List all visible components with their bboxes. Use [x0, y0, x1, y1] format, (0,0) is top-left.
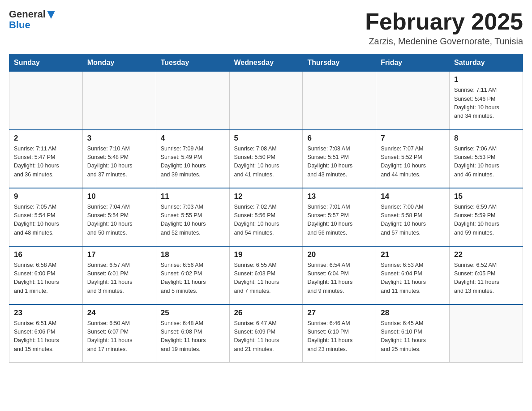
title-section: February 2025 Zarzis, Medenine Governora… — [365, 9, 523, 47]
table-row: 23Sunrise: 6:51 AMSunset: 6:06 PMDayligh… — [9, 304, 83, 363]
table-row — [376, 72, 450, 130]
day-info: Sunrise: 6:52 AMSunset: 6:05 PMDaylight:… — [454, 261, 518, 296]
table-row: 21Sunrise: 6:53 AMSunset: 6:04 PMDayligh… — [376, 246, 450, 304]
day-info: Sunrise: 7:07 AMSunset: 5:52 PMDaylight:… — [381, 145, 445, 180]
location-text: Zarzis, Medenine Governorate, Tunisia — [365, 36, 523, 47]
col-saturday: Saturday — [450, 54, 523, 72]
table-row — [156, 72, 229, 130]
day-number: 6 — [307, 134, 371, 143]
day-number: 14 — [381, 192, 445, 201]
day-number: 2 — [14, 134, 78, 143]
col-tuesday: Tuesday — [156, 54, 229, 72]
logo-blue-text: Blue — [9, 20, 30, 30]
svg-marker-0 — [47, 11, 55, 19]
col-sunday: Sunday — [9, 54, 83, 72]
day-info: Sunrise: 6:50 AMSunset: 6:07 PMDaylight:… — [87, 319, 151, 354]
table-row: 8Sunrise: 7:06 AMSunset: 5:53 PMDaylight… — [450, 130, 523, 188]
calendar-week-row: 16Sunrise: 6:58 AMSunset: 6:00 PMDayligh… — [9, 246, 523, 304]
table-row: 18Sunrise: 6:56 AMSunset: 6:02 PMDayligh… — [156, 246, 229, 304]
day-info: Sunrise: 7:08 AMSunset: 5:51 PMDaylight:… — [307, 145, 371, 180]
table-row: 13Sunrise: 7:01 AMSunset: 5:57 PMDayligh… — [303, 188, 376, 246]
table-row: 26Sunrise: 6:47 AMSunset: 6:09 PMDayligh… — [229, 304, 303, 363]
logo-arrow-icon — [47, 11, 55, 19]
day-info: Sunrise: 7:10 AMSunset: 5:48 PMDaylight:… — [87, 145, 151, 180]
day-info: Sunrise: 7:00 AMSunset: 5:58 PMDaylight:… — [381, 203, 445, 238]
day-number: 1 — [454, 75, 518, 84]
calendar-week-row: 9Sunrise: 7:05 AMSunset: 5:54 PMDaylight… — [9, 188, 523, 246]
calendar-table: Sunday Monday Tuesday Wednesday Thursday… — [9, 54, 523, 363]
calendar-week-row: 2Sunrise: 7:11 AMSunset: 5:47 PMDaylight… — [9, 130, 523, 188]
table-row: 14Sunrise: 7:00 AMSunset: 5:58 PMDayligh… — [376, 188, 450, 246]
day-number: 11 — [161, 192, 225, 201]
col-friday: Friday — [376, 54, 450, 72]
day-number: 5 — [234, 134, 298, 143]
day-info: Sunrise: 7:05 AMSunset: 5:54 PMDaylight:… — [14, 203, 78, 238]
day-info: Sunrise: 6:46 AMSunset: 6:10 PMDaylight:… — [307, 319, 371, 354]
day-number: 7 — [381, 134, 445, 143]
day-number: 8 — [454, 134, 518, 143]
day-number: 23 — [14, 308, 78, 317]
col-monday: Monday — [82, 54, 156, 72]
table-row: 25Sunrise: 6:48 AMSunset: 6:08 PMDayligh… — [156, 304, 229, 363]
col-thursday: Thursday — [303, 54, 376, 72]
day-number: 26 — [234, 308, 298, 317]
day-number: 13 — [307, 192, 371, 201]
table-row — [82, 72, 156, 130]
table-row: 22Sunrise: 6:52 AMSunset: 6:05 PMDayligh… — [450, 246, 523, 304]
day-number: 10 — [87, 192, 151, 201]
logo-general-text: General — [9, 9, 46, 20]
day-number: 21 — [381, 250, 445, 259]
table-row: 1Sunrise: 7:11 AMSunset: 5:46 PMDaylight… — [450, 72, 523, 130]
day-number: 25 — [161, 308, 225, 317]
day-number: 24 — [87, 308, 151, 317]
day-info: Sunrise: 7:04 AMSunset: 5:54 PMDaylight:… — [87, 203, 151, 238]
table-row: 27Sunrise: 6:46 AMSunset: 6:10 PMDayligh… — [303, 304, 376, 363]
page-header: General Blue February 2025 Zarzis, Meden… — [9, 9, 523, 47]
day-info: Sunrise: 7:08 AMSunset: 5:50 PMDaylight:… — [234, 145, 298, 180]
day-info: Sunrise: 7:02 AMSunset: 5:56 PMDaylight:… — [234, 203, 298, 238]
day-number: 12 — [234, 192, 298, 201]
table-row — [450, 304, 523, 363]
day-info: Sunrise: 6:56 AMSunset: 6:02 PMDaylight:… — [161, 261, 225, 296]
day-info: Sunrise: 6:47 AMSunset: 6:09 PMDaylight:… — [234, 319, 298, 354]
day-info: Sunrise: 7:01 AMSunset: 5:57 PMDaylight:… — [307, 203, 371, 238]
table-row: 28Sunrise: 6:45 AMSunset: 6:10 PMDayligh… — [376, 304, 450, 363]
table-row: 11Sunrise: 7:03 AMSunset: 5:55 PMDayligh… — [156, 188, 229, 246]
day-number: 15 — [454, 192, 518, 201]
table-row: 4Sunrise: 7:09 AMSunset: 5:49 PMDaylight… — [156, 130, 229, 188]
table-row: 16Sunrise: 6:58 AMSunset: 6:00 PMDayligh… — [9, 246, 83, 304]
day-info: Sunrise: 7:11 AMSunset: 5:47 PMDaylight:… — [14, 145, 78, 180]
calendar-header-row: Sunday Monday Tuesday Wednesday Thursday… — [9, 54, 523, 72]
table-row: 24Sunrise: 6:50 AMSunset: 6:07 PMDayligh… — [82, 304, 156, 363]
day-info: Sunrise: 6:58 AMSunset: 6:00 PMDaylight:… — [14, 261, 78, 296]
table-row: 6Sunrise: 7:08 AMSunset: 5:51 PMDaylight… — [303, 130, 376, 188]
table-row — [9, 72, 83, 130]
day-info: Sunrise: 6:57 AMSunset: 6:01 PMDaylight:… — [87, 261, 151, 296]
logo: General Blue — [9, 9, 55, 30]
day-number: 18 — [161, 250, 225, 259]
day-number: 16 — [14, 250, 78, 259]
table-row: 7Sunrise: 7:07 AMSunset: 5:52 PMDaylight… — [376, 130, 450, 188]
day-info: Sunrise: 7:03 AMSunset: 5:55 PMDaylight:… — [161, 203, 225, 238]
day-info: Sunrise: 7:09 AMSunset: 5:49 PMDaylight:… — [161, 145, 225, 180]
table-row: 5Sunrise: 7:08 AMSunset: 5:50 PMDaylight… — [229, 130, 303, 188]
day-info: Sunrise: 6:55 AMSunset: 6:03 PMDaylight:… — [234, 261, 298, 296]
table-row: 9Sunrise: 7:05 AMSunset: 5:54 PMDaylight… — [9, 188, 83, 246]
day-info: Sunrise: 6:48 AMSunset: 6:08 PMDaylight:… — [161, 319, 225, 354]
day-info: Sunrise: 7:06 AMSunset: 5:53 PMDaylight:… — [454, 145, 518, 180]
table-row: 17Sunrise: 6:57 AMSunset: 6:01 PMDayligh… — [82, 246, 156, 304]
day-info: Sunrise: 6:59 AMSunset: 5:59 PMDaylight:… — [454, 203, 518, 238]
calendar-week-row: 23Sunrise: 6:51 AMSunset: 6:06 PMDayligh… — [9, 304, 523, 363]
day-number: 3 — [87, 134, 151, 143]
day-number: 17 — [87, 250, 151, 259]
table-row: 3Sunrise: 7:10 AMSunset: 5:48 PMDaylight… — [82, 130, 156, 188]
day-info: Sunrise: 7:11 AMSunset: 5:46 PMDaylight:… — [454, 86, 518, 121]
day-info: Sunrise: 6:53 AMSunset: 6:04 PMDaylight:… — [381, 261, 445, 296]
day-number: 28 — [381, 308, 445, 317]
table-row: 15Sunrise: 6:59 AMSunset: 5:59 PMDayligh… — [450, 188, 523, 246]
month-title: February 2025 — [365, 9, 523, 34]
day-number: 9 — [14, 192, 78, 201]
day-number: 27 — [307, 308, 371, 317]
table-row: 20Sunrise: 6:54 AMSunset: 6:04 PMDayligh… — [303, 246, 376, 304]
table-row: 2Sunrise: 7:11 AMSunset: 5:47 PMDaylight… — [9, 130, 83, 188]
